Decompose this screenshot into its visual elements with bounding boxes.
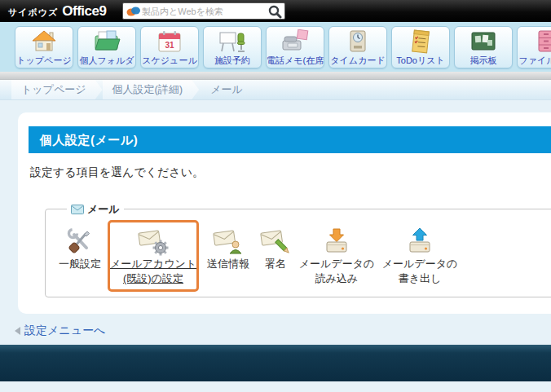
logo-product-text: Office	[62, 3, 99, 20]
toolbar-divider-strip	[0, 72, 551, 80]
item-mail-data-export[interactable]: メールデータの 書き出し	[380, 220, 460, 292]
todo-list-icon	[407, 29, 434, 55]
toolbar-button-schedule[interactable]: 31 スケジュール	[140, 26, 199, 68]
toolbar-label: ToDoリスト	[396, 55, 444, 66]
facility-reservation-icon	[218, 29, 246, 55]
toolbar-button-top-page[interactable]: トップページ	[15, 26, 73, 68]
instruction-text: 設定する項目を選んでください。	[30, 165, 551, 180]
mail-settings-group: メール 一般設定	[45, 209, 551, 297]
item-signature[interactable]: 署名	[258, 220, 293, 277]
footer-bar	[0, 345, 551, 381]
toolbar-label: ファイル管理	[518, 55, 551, 66]
search-input[interactable]	[142, 7, 267, 16]
toolbar-button-file-management[interactable]: ファイル管理	[517, 26, 551, 68]
general-settings-icon	[65, 226, 95, 257]
mail-account-settings-icon	[138, 226, 169, 257]
item-label-line2: 書き出し	[399, 271, 442, 286]
mail-envelope-icon	[71, 205, 84, 214]
app-toolbar: トップページ 個人フォルダ 31 スケジュール	[0, 22, 551, 72]
search-icon[interactable]	[267, 4, 282, 19]
page-background: 個人設定(メール) 設定する項目を選んでください。 メール	[0, 100, 551, 345]
file-management-icon	[532, 29, 551, 55]
breadcrumb: トップページ 個人設定(詳細) メール	[0, 80, 551, 100]
toolbar-label: 掲示板	[470, 55, 497, 66]
global-search-box[interactable]	[122, 2, 285, 20]
toolbar-button-facility-reservation[interactable]: 施設予約	[203, 26, 262, 68]
item-label: 一般設定	[59, 257, 101, 271]
toolbar-button-bulletin-board[interactable]: 掲示板	[454, 26, 513, 68]
breadcrumb-top-page[interactable]: トップページ	[11, 80, 103, 99]
signature-icon	[260, 226, 291, 257]
toolbar-button-phone-memo[interactable]: 電話メモ(在席	[266, 26, 324, 68]
mail-group-legend-label: メール	[87, 202, 120, 217]
personal-folder-icon	[93, 29, 121, 55]
phone-memo-icon	[281, 29, 309, 55]
back-arrow-icon	[15, 327, 20, 335]
svg-text:31: 31	[165, 41, 174, 50]
page-title: 個人設定(メール)	[29, 126, 551, 153]
mail-group-legend: メール	[67, 202, 124, 217]
toolbar-label: トップページ	[16, 55, 71, 66]
toolbar-label: タイムカード	[330, 55, 385, 66]
item-mail-data-import[interactable]: メールデータの 読み込み	[297, 220, 377, 292]
content-card: 個人設定(メール) 設定する項目を選んでください。 メール	[18, 112, 551, 314]
mail-settings-items: 一般設定	[46, 209, 551, 292]
mail-data-export-icon	[405, 226, 434, 257]
back-link-row: 設定メニューへ	[15, 324, 105, 338]
toolbar-label: 施設予約	[214, 55, 250, 66]
item-label-line2: 読み込み	[315, 271, 359, 286]
logo-version-text: 9	[99, 3, 106, 20]
mail-data-import-icon	[322, 226, 351, 257]
bulletin-board-icon	[469, 29, 497, 55]
toolbar-label: 個人フォルダ	[79, 55, 134, 66]
schedule-icon: 31	[156, 29, 183, 55]
toolbar-button-timecard[interactable]: タイムカード	[328, 26, 387, 68]
item-label-line1: メールデータの	[299, 257, 375, 271]
home-icon	[30, 29, 58, 55]
cybozu-mark-icon	[126, 5, 142, 18]
item-label-line1: メールデータの	[382, 257, 458, 271]
cybozu-office-logo: サイボウズ Office 9	[8, 3, 107, 20]
breadcrumb-current-mail: メール	[199, 80, 259, 99]
settings-menu-link[interactable]: 設定メニューへ	[24, 324, 105, 338]
item-label: 署名	[265, 257, 286, 271]
item-label-line1: メールアカウント	[110, 257, 196, 271]
toolbar-button-personal-folder[interactable]: 個人フォルダ	[77, 26, 136, 68]
item-mail-account-settings[interactable]: メールアカウント (既設)の設定	[108, 220, 199, 292]
item-label-line2: (既設)の設定	[123, 271, 183, 286]
item-send-info[interactable]: 送信情報	[202, 220, 254, 277]
send-info-icon	[213, 226, 244, 257]
logo-brand-text: サイボウズ	[8, 7, 58, 19]
toolbar-label: 電話メモ(在席	[267, 55, 324, 66]
item-label: 送信情報	[207, 257, 249, 271]
top-bar: サイボウズ Office 9	[0, 0, 551, 22]
breadcrumb-personal-settings[interactable]: 個人設定(詳細)	[103, 80, 200, 99]
item-general-settings[interactable]: 一般設定	[55, 220, 104, 277]
timecard-icon	[344, 29, 372, 55]
toolbar-button-todo-list[interactable]: ToDoリスト	[391, 26, 450, 68]
toolbar-label: スケジュール	[142, 55, 196, 66]
